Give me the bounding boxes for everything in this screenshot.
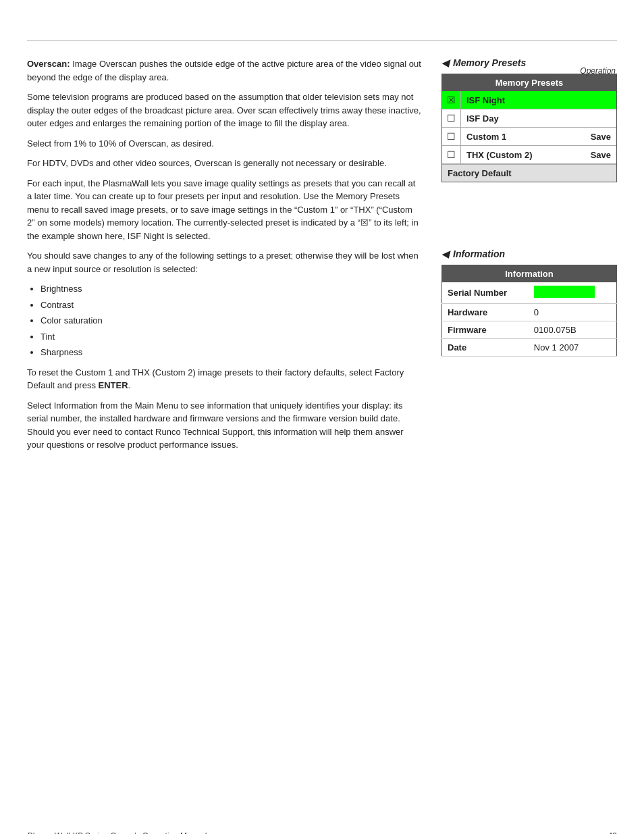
preset-checkbox-thx-custom2: ☐ <box>442 146 461 163</box>
footer: PlasmaWall XP Series Owner’s Operating M… <box>0 831 644 834</box>
info-label-date: Date <box>442 339 529 357</box>
preset-save-thx-custom2[interactable]: Save <box>585 147 616 163</box>
info-label-serial: Serial Number <box>442 282 529 304</box>
bullet-brightness: Brightness <box>41 282 421 296</box>
preset-checkbox-custom1: ☐ <box>442 128 461 145</box>
content-area: Overscan: Image Overscan pushes the outs… <box>0 41 644 459</box>
info-label-hardware: Hardware <box>442 304 529 321</box>
info-label-firmware: Firmware <box>442 321 529 339</box>
preset-row-isf-night[interactable]: ☒ ISF Night <box>442 91 616 109</box>
info-row-firmware: Firmware 0100.075B <box>442 321 617 339</box>
preset-row-isf-day[interactable]: ☐ ISF Day <box>442 109 616 128</box>
preset-name-thx-custom2: THX (Custom 2) <box>461 147 585 163</box>
information-title: ◀ Information <box>441 249 617 259</box>
serial-green-bar <box>534 286 595 298</box>
memory-presets-arrow: ◀ <box>441 57 449 68</box>
bullet-contrast: Contrast <box>41 298 421 312</box>
page: Operation Overscan: Image Overscan pushe… <box>0 41 644 834</box>
memory-presets-label: Memory Presets <box>453 57 526 68</box>
memory-presets-section: ◀ Memory Presets Memory Presets ☒ ISF Ni… <box>441 57 617 182</box>
preset-checkbox-isf-day: ☐ <box>442 109 461 127</box>
footer-right: 43 <box>608 831 617 834</box>
p8: Select Information from the Main Menu to… <box>27 399 421 452</box>
preset-checkbox-isf-night: ☒ <box>442 91 461 109</box>
preset-row-thx-custom2[interactable]: ☐ THX (Custom 2) Save <box>442 146 616 164</box>
info-value-date: Nov 1 2007 <box>529 339 617 357</box>
p7: To reset the Custom 1 and THX (Custom 2)… <box>27 366 421 392</box>
overscan-text: Image Overscan pushes the outside edge o… <box>27 59 421 82</box>
footer-left: PlasmaWall XP Series Owner’s Operating M… <box>27 831 207 834</box>
preset-row-custom1[interactable]: ☐ Custom 1 Save <box>442 128 616 146</box>
bullet-list: Brightness Contrast Color saturation Tin… <box>41 282 421 359</box>
preset-save-isf-night <box>606 97 616 103</box>
info-row-serial: Serial Number <box>442 282 617 304</box>
left-column: Overscan: Image Overscan pushes the outs… <box>27 41 441 459</box>
overscan-bold: Overscan: <box>27 59 70 69</box>
bullet-sharpness: Sharpness <box>41 346 421 359</box>
header-label: Operation <box>580 66 616 76</box>
info-row-hardware: Hardware 0 <box>442 304 617 321</box>
bullet-tint: Tint <box>41 330 421 344</box>
info-value-serial <box>529 282 617 304</box>
information-table-header: Information <box>442 265 617 283</box>
p7-post: . <box>128 380 131 390</box>
p7-bold: ENTER <box>99 380 128 390</box>
info-value-firmware: 0100.075B <box>529 321 617 339</box>
information-section: ◀ Information Information Serial Number <box>441 249 617 357</box>
right-column: ◀ Memory Presets Memory Presets ☒ ISF Ni… <box>441 41 617 459</box>
information-label: Information <box>453 249 505 259</box>
preset-save-isf-day <box>606 115 616 122</box>
info-row-date: Date Nov 1 2007 <box>442 339 617 357</box>
factory-default-row[interactable]: Factory Default <box>442 164 616 182</box>
p5: For each input, the PlasmaWall lets you … <box>27 177 421 243</box>
preset-name-isf-day: ISF Day <box>461 110 606 127</box>
p7-pre: To reset the Custom 1 and THX (Custom 2)… <box>27 367 404 391</box>
p4: For HDTV, DVDs and other video sources, … <box>27 157 421 170</box>
information-arrow: ◀ <box>441 249 449 259</box>
preset-name-isf-night: ISF Night <box>461 92 606 109</box>
preset-save-custom1[interactable]: Save <box>585 128 616 145</box>
bullet-color-saturation: Color saturation <box>41 314 421 328</box>
information-table: Information Serial Number Hardware 0 <box>441 265 617 357</box>
p2: Some television programs are produced ba… <box>27 90 421 130</box>
p6: You should save changes to any of the fo… <box>27 249 421 276</box>
preset-name-custom1: Custom 1 <box>461 128 585 145</box>
overscan-paragraph: Overscan: Image Overscan pushes the outs… <box>27 57 421 84</box>
p3: Select from 1% to 10% of Overscan, as de… <box>27 137 421 151</box>
memory-presets-table: Memory Presets ☒ ISF Night ☐ ISF Day <box>441 74 617 182</box>
memory-presets-table-header: Memory Presets <box>442 74 616 91</box>
info-value-hardware: 0 <box>529 304 617 321</box>
